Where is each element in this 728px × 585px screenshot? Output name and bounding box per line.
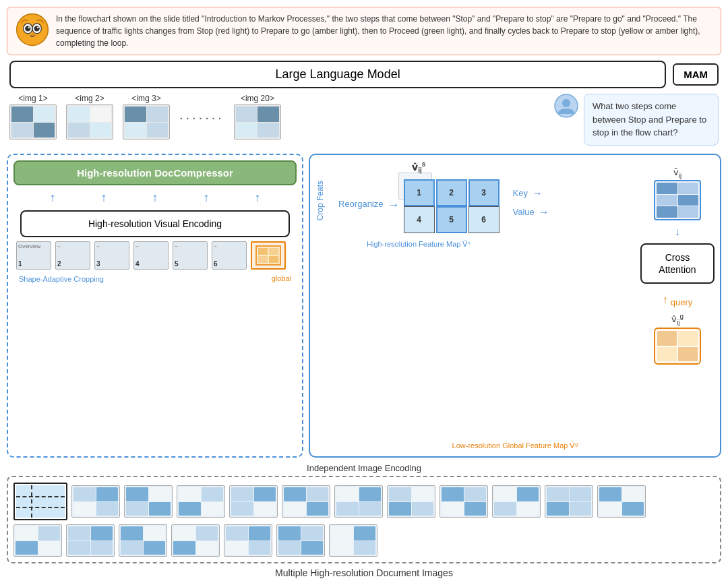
doc-cell bbox=[464, 502, 487, 516]
crop-num-5: 5 bbox=[175, 260, 179, 268]
image-label-20: <img 20> bbox=[241, 94, 274, 103]
grid-cell-5: 5 bbox=[436, 206, 467, 233]
doc-cell bbox=[517, 487, 539, 501]
vij-result-label: v̄ij bbox=[673, 167, 681, 179]
doc-cell bbox=[278, 526, 301, 541]
vij-g-area: v̂ijg bbox=[654, 313, 701, 365]
arrow-up-2: ↑ bbox=[101, 191, 107, 205]
grid-cell-6: 6 bbox=[468, 206, 499, 233]
doc-cell bbox=[301, 541, 324, 555]
crop-row: Overview 1 ~ 2 ~ 3 ~ 4 ~ 5 bbox=[13, 241, 297, 270]
doc-cell bbox=[73, 502, 96, 516]
svg-rect-12 bbox=[269, 248, 278, 255]
vij-cell bbox=[657, 183, 677, 194]
doc-cell bbox=[517, 502, 539, 516]
doc-thumb bbox=[177, 485, 225, 518]
doc-cell bbox=[622, 502, 644, 516]
doc-cell bbox=[38, 541, 61, 555]
doc-cell bbox=[91, 526, 113, 541]
doc-cell bbox=[173, 526, 195, 541]
thumb-cell bbox=[236, 123, 257, 138]
thumb-cell bbox=[68, 106, 90, 122]
doc-cell bbox=[126, 487, 148, 501]
vij-cell bbox=[678, 206, 699, 218]
value-label: Value bbox=[513, 207, 535, 217]
doc-cell bbox=[359, 487, 382, 501]
doc-cell bbox=[494, 487, 516, 501]
doc-cell bbox=[38, 526, 61, 541]
thumb-cell bbox=[11, 123, 33, 138]
vij-result-box bbox=[654, 180, 701, 220]
arrow-up-4: ↑ bbox=[204, 191, 210, 205]
svg-rect-14 bbox=[269, 256, 278, 263]
key-arrow: → bbox=[532, 187, 543, 199]
owl-icon bbox=[16, 13, 49, 47]
crop-thumb-1: Overview 1 bbox=[16, 241, 51, 270]
grid-cell-2: 2 bbox=[436, 179, 467, 206]
doc-cell bbox=[284, 487, 306, 501]
crop-feats-label: Crop Feats bbox=[315, 181, 325, 220]
multiple-docs-label: Multiple High-resolution Document Images bbox=[7, 567, 721, 578]
doc-cell bbox=[144, 526, 166, 541]
doc-cell bbox=[570, 502, 592, 516]
doc-cell bbox=[226, 541, 248, 555]
svg-point-5 bbox=[28, 26, 30, 28]
gf-cell bbox=[657, 347, 677, 362]
doc-thumb bbox=[597, 485, 646, 518]
doc-cell bbox=[442, 502, 464, 516]
doc-cell bbox=[249, 526, 271, 541]
doc-cell bbox=[359, 502, 382, 516]
svg-point-9 bbox=[562, 99, 570, 107]
gf-cell bbox=[678, 331, 698, 346]
hr-feature-label: High-resolution Feature Map V̂ˢ bbox=[367, 240, 471, 249]
doc-images-row-1 bbox=[13, 483, 715, 520]
global-feature-box bbox=[654, 328, 701, 365]
grid-cell-1: 1 bbox=[404, 179, 435, 206]
thumb-cell bbox=[125, 123, 146, 138]
doc-thumb bbox=[492, 485, 541, 518]
doc-cell bbox=[73, 487, 96, 501]
doc-thumb bbox=[224, 524, 272, 557]
doc-cell bbox=[307, 502, 329, 516]
key-label: Key bbox=[513, 188, 528, 198]
image-thumb-2 bbox=[66, 104, 113, 140]
doc-thumb bbox=[229, 485, 278, 518]
doc-cell bbox=[126, 502, 148, 516]
crop-num-1: 1 bbox=[18, 260, 22, 268]
doc-cell bbox=[202, 502, 224, 516]
thumb-cell bbox=[90, 106, 112, 122]
doc-cell bbox=[464, 487, 487, 501]
doc-thumb bbox=[124, 485, 173, 518]
doc-cell bbox=[622, 487, 644, 501]
doc-cell bbox=[16, 526, 38, 541]
answer-text: In the flowchart shown on the slide titl… bbox=[56, 13, 712, 49]
svg-point-4 bbox=[34, 26, 40, 31]
doc-cell bbox=[494, 502, 516, 516]
doc-cell bbox=[278, 541, 301, 555]
crop-num-4: 4 bbox=[135, 260, 140, 268]
down-arrow-ca: ↓ bbox=[675, 226, 680, 238]
doc-images-row-2 bbox=[13, 524, 715, 557]
crop-thumb-6: ~ 6 bbox=[212, 241, 247, 270]
doc-cell bbox=[202, 487, 224, 501]
doc-cell bbox=[412, 502, 434, 516]
crop-thumb-4: ~ 4 bbox=[133, 241, 169, 270]
image-thumb-3 bbox=[123, 104, 170, 140]
doc-cell bbox=[331, 541, 353, 555]
thumb-cell bbox=[257, 123, 279, 138]
doc-cell bbox=[231, 487, 253, 501]
doc-cell bbox=[121, 526, 143, 541]
doc-cell bbox=[389, 487, 411, 501]
vij-s-label: v̂ijs bbox=[412, 160, 425, 174]
thumb-cell bbox=[125, 106, 146, 122]
doc-cell bbox=[91, 541, 113, 555]
doc-cell bbox=[599, 502, 621, 516]
query-label: query bbox=[671, 297, 693, 307]
feature-grid: 1 2 3 4 5 6 bbox=[404, 179, 499, 232]
doc-cell bbox=[336, 487, 359, 501]
doc-thumb bbox=[545, 485, 593, 518]
doc-cell bbox=[179, 487, 201, 501]
crop-num-2: 2 bbox=[57, 260, 61, 268]
thumb-cell bbox=[34, 123, 55, 138]
thumb-cell bbox=[11, 106, 33, 122]
